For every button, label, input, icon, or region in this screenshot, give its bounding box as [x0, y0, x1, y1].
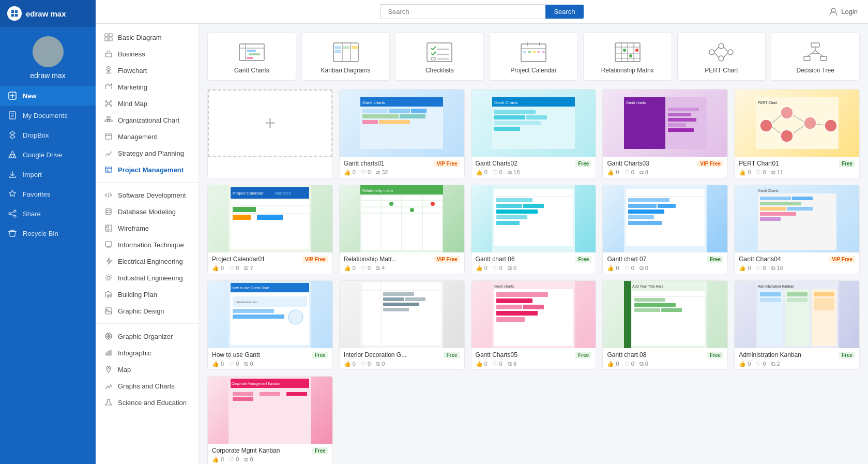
category-item-map[interactable]: Map: [96, 361, 199, 378]
org-chart-label: Organizational Chart: [118, 116, 179, 124]
svg-rect-236: [286, 392, 307, 396]
svg-rect-34: [109, 295, 111, 296]
category-item-basic-diagram[interactable]: Basic Diagram: [96, 29, 199, 46]
gantt02-badge: Free: [575, 160, 591, 167]
svg-rect-11: [105, 53, 112, 57]
svg-rect-220: [812, 289, 836, 346]
svg-rect-99: [400, 114, 425, 118]
category-item-project-management[interactable]: Project Management: [96, 161, 199, 178]
template-card-gantt03[interactable]: Gantt charts Gantt Charts03 VIP Free 👍 0…: [602, 89, 728, 178]
gantt08-name: Gantt chart 08: [607, 351, 646, 358]
category-item-info-tech[interactable]: Information Technique: [96, 236, 199, 253]
svg-rect-219: [785, 289, 810, 346]
svg-text:Gantt charts: Gantt charts: [626, 101, 646, 104]
type-card-project-calendar[interactable]: Project Calendar: [489, 32, 578, 81]
login-label[interactable]: edraw max: [30, 71, 65, 80]
category-item-database[interactable]: Database Modeling: [96, 203, 199, 220]
gantt04-hearts: ♡ 0: [756, 265, 766, 272]
gantt03-thumb: Gantt charts: [603, 89, 727, 157]
svg-rect-33: [108, 295, 109, 297]
pert01-info: PERT Chart01 Free 👍 0 ♡ 0 ⧉ 11: [735, 157, 859, 178]
svg-point-28: [106, 208, 111, 211]
category-item-marketing[interactable]: Marketing: [96, 79, 199, 95]
svg-rect-100: [362, 120, 378, 124]
gantt02-stats: 👍 0 ♡ 0 ⧉ 18: [476, 169, 592, 176]
corp-kanban-hearts: ♡ 0: [229, 456, 239, 463]
svg-point-3: [14, 210, 16, 212]
sidebar-item-recycle-bin[interactable]: Recycle Bin: [0, 223, 96, 243]
sidebar-item-my-documents[interactable]: My Documents: [0, 106, 96, 125]
sidebar-item-import[interactable]: Import: [0, 164, 96, 184]
template-card-pert01[interactable]: PERT Chart PERT Chart01 Free 👍 0 ♡ 0 ⧉ 1…: [734, 89, 860, 178]
template-card-gantt01[interactable]: Gantt charts Gantt charts01 VIP Free 👍 0…: [339, 89, 465, 178]
svg-text:Gantt charts: Gantt charts: [362, 100, 385, 105]
template-card-gantt05[interactable]: Gantt charts Gantt Charts05 Free 👍 0 ♡ 0…: [471, 280, 597, 370]
gantt07-badge: Free: [707, 256, 723, 263]
graphic-organizer-label: Graphic Organizer: [118, 333, 173, 340]
svg-point-36: [106, 309, 108, 310]
category-item-infographic[interactable]: Infographic: [96, 345, 199, 361]
category-item-electrical[interactable]: Electrical Engineering: [96, 253, 199, 270]
checklists-label: Checklists: [425, 67, 454, 74]
type-card-kanban-diagrams[interactable]: Kanban Diagrams: [301, 32, 390, 81]
svg-point-4: [9, 213, 11, 215]
login-button[interactable]: Login: [829, 7, 858, 17]
template-card-gantt07[interactable]: Gantt chart 07 Free 👍 0 ♡ 0 ⧉ 0: [602, 185, 728, 274]
template-card-corp-kanban[interactable]: Corporate Management Kanban Corporate Mg…: [207, 376, 333, 464]
type-card-decision-tree[interactable]: Decision Tree: [771, 32, 860, 81]
category-item-wireframe[interactable]: Wireframe: [96, 220, 199, 236]
svg-rect-206: [496, 317, 525, 322]
template-card-new[interactable]: +: [207, 89, 333, 178]
template-card-interior[interactable]: Interior Decoration G... Free 👍 0 ♡ 0 ⧉ …: [339, 280, 465, 370]
sidebar-item-google-drive[interactable]: Google Drive: [0, 145, 96, 164]
decision-type-icon: [802, 42, 829, 63]
category-item-science[interactable]: Science and Education: [96, 394, 199, 411]
search-button[interactable]: Search: [545, 5, 583, 19]
svg-point-120: [760, 119, 772, 132]
template-card-howto[interactable]: How to use Gantt ChartIntroduction text.…: [207, 280, 333, 370]
gantt02-hearts: ♡ 0: [493, 169, 502, 176]
pert-type-icon: [708, 42, 735, 63]
svg-rect-167: [658, 204, 676, 208]
template-card-gantt04[interactable]: Gantt Charts Gantt Charts04 VIP Free 👍 0…: [734, 185, 860, 274]
category-item-graphs-charts[interactable]: Graphs and Charts: [96, 378, 199, 394]
category-item-strategy[interactable]: Strategy and Planning: [96, 145, 199, 161]
template-card-gantt06[interactable]: Gantt chart 06 Free 👍 0 ♡ 0 ⧉ 0: [471, 185, 597, 274]
svg-rect-9: [105, 38, 108, 41]
category-item-flowchart[interactable]: Flowchart: [96, 62, 199, 79]
search-input[interactable]: [380, 4, 545, 19]
type-card-gantt-charts[interactable]: Gantt Charts: [207, 32, 296, 81]
category-item-graphic-design[interactable]: Graphic Design: [96, 303, 199, 319]
category-item-industrial[interactable]: Industrial Engineering: [96, 270, 199, 286]
template-card-gantt08[interactable]: Add Your Title Here Gantt chart 08 Free …: [602, 280, 728, 370]
template-card-calendar01[interactable]: Project CalendarMay 2019 Project Calenda…: [207, 185, 333, 274]
sidebar-item-dropbox[interactable]: DropBox: [0, 125, 96, 145]
category-item-mind-map[interactable]: Mind Map: [96, 95, 199, 112]
template-card-admin-kanban[interactable]: Administration Kanban Administration Kan…: [734, 280, 860, 370]
template-card-gantt02[interactable]: Gantt Charts Gantt Charts02 Free 👍 0 ♡ 0…: [471, 89, 597, 178]
svg-rect-117: [668, 128, 694, 132]
gantt05-info: Gantt Charts05 Free 👍 0 ♡ 0 ⧉ 8: [471, 348, 596, 369]
category-item-business[interactable]: Business: [96, 46, 199, 62]
type-card-relationship-matrix[interactable]: Relationship Matrix: [583, 32, 672, 81]
category-item-graphic-organizer[interactable]: Graphic Organizer: [96, 328, 199, 345]
science-label: Science and Education: [118, 399, 187, 407]
svg-point-41: [108, 368, 110, 369]
svg-rect-54: [352, 46, 358, 49]
category-item-building[interactable]: Building Plan: [96, 286, 199, 303]
svg-point-80: [728, 50, 733, 55]
svg-rect-110: [624, 97, 665, 149]
category-item-software-dev[interactable]: Software Development: [96, 187, 199, 203]
flowchart-label: Flowchart: [118, 67, 147, 74]
type-card-checklists[interactable]: Checklists: [395, 32, 484, 81]
sidebar-item-share[interactable]: Share: [0, 204, 96, 223]
type-card-pert-chart[interactable]: PERT Chart: [677, 32, 766, 81]
category-item-management[interactable]: Management: [96, 128, 199, 145]
svg-rect-91: [820, 56, 827, 61]
category-item-org-chart[interactable]: Organizational Chart: [96, 112, 199, 128]
sidebar-item-favorites[interactable]: Favorites: [0, 184, 96, 204]
svg-rect-231: [257, 389, 282, 441]
sidebar-item-new[interactable]: New: [0, 86, 96, 106]
template-card-relation01[interactable]: Relationship matrix Relationship Matr...…: [339, 185, 465, 274]
corp-kanban-badge: Free: [312, 447, 328, 454]
